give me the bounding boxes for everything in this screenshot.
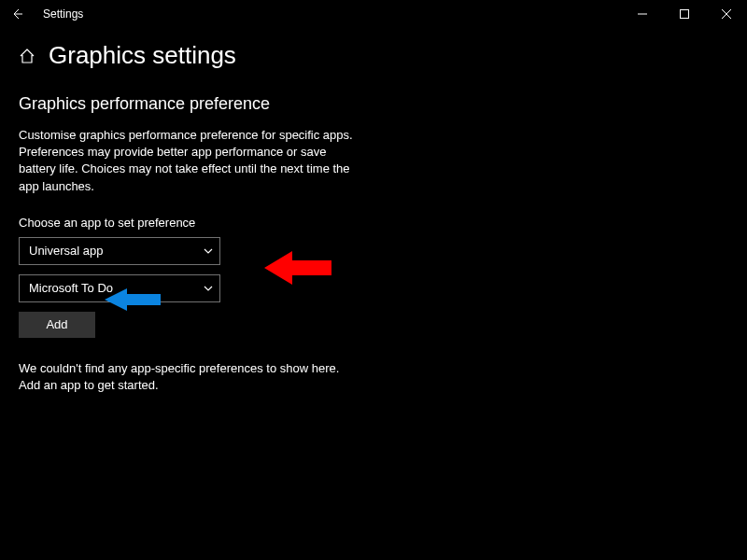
close-icon [722, 9, 731, 19]
app-name-value: Microsoft To Do [29, 281, 113, 295]
chevron-down-icon [203, 283, 214, 294]
arrow-left-blue-icon [105, 287, 161, 313]
maximize-icon [680, 9, 689, 19]
add-button[interactable]: Add [19, 312, 95, 338]
home-icon[interactable] [19, 48, 35, 64]
page-header: Graphics settings [19, 41, 728, 70]
add-button-label: Add [46, 317, 67, 331]
svg-marker-5 [105, 288, 161, 311]
svg-rect-1 [680, 10, 688, 19]
section-description: Customise graphics performance preferenc… [19, 127, 355, 195]
content-area: Graphics settings Graphics performance p… [0, 28, 747, 394]
annotation-blue-arrow [105, 287, 161, 313]
svg-marker-4 [264, 251, 331, 285]
titlebar: Settings [0, 0, 747, 28]
titlebar-label: Settings [43, 7, 83, 21]
app-type-value: Universal app [29, 244, 104, 258]
minimize-icon [638, 9, 647, 19]
maximize-button[interactable] [663, 0, 705, 28]
annotation-red-arrow [264, 247, 331, 288]
empty-message: We couldn't find any app-specific prefer… [19, 360, 355, 394]
arrow-left-icon [10, 7, 23, 21]
app-type-select[interactable]: Universal app [19, 237, 220, 265]
arrow-left-red-icon [264, 247, 331, 288]
minimize-button[interactable] [621, 0, 663, 28]
section-title: Graphics performance preference [19, 94, 728, 114]
page-title: Graphics settings [49, 41, 236, 70]
chooser-label: Choose an app to set preference [19, 216, 728, 230]
close-button[interactable] [705, 0, 747, 28]
window-controls [621, 0, 747, 28]
back-button[interactable] [0, 0, 34, 28]
chevron-down-icon [203, 245, 214, 257]
